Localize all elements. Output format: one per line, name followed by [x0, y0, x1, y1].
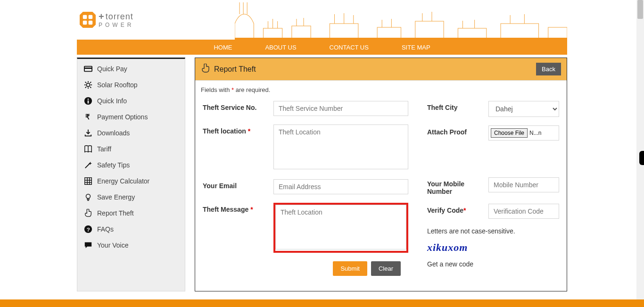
- svg-line-16: [90, 82, 91, 83]
- svg-line-14: [90, 87, 91, 88]
- sidebar-item-payment[interactable]: ₹Payment Options: [77, 109, 185, 125]
- svg-rect-7: [84, 67, 92, 69]
- nav-home[interactable]: HOME: [214, 44, 232, 51]
- main-panel: Report Theft Back Fields with * are requ…: [195, 58, 567, 291]
- sidebar-item-calculator[interactable]: Energy Calculator: [77, 173, 185, 189]
- sidebar-label: Payment Options: [97, 113, 148, 121]
- panel-title: Report Theft: [214, 65, 256, 74]
- svg-line-13: [85, 82, 86, 83]
- message-input[interactable]: [275, 205, 406, 249]
- sidebar-item-voice[interactable]: Your Voice: [77, 237, 185, 253]
- service-no-input[interactable]: [273, 101, 408, 116]
- sidebar-item-safety[interactable]: Safety Tips: [77, 157, 185, 173]
- nav-sitemap[interactable]: SITE MAP: [402, 44, 430, 51]
- submit-button[interactable]: Submit: [333, 261, 367, 276]
- email-input[interactable]: [273, 179, 408, 194]
- svg-rect-1: [83, 15, 87, 19]
- bulb-icon: [84, 193, 92, 201]
- sidebar-item-faqs[interactable]: ?FAQs: [77, 221, 185, 237]
- svg-rect-2: [89, 15, 93, 19]
- sidebar-label: Tariff: [97, 145, 111, 153]
- svg-rect-19: [88, 100, 89, 103]
- sidebar-item-solar[interactable]: Solar Rooftop: [77, 77, 185, 93]
- sidebar-label: Your Voice: [97, 241, 128, 249]
- mobile-input[interactable]: [488, 177, 559, 192]
- sidebar-label: Safety Tips: [97, 161, 130, 169]
- choose-file-button[interactable]: Choose File: [491, 128, 528, 138]
- location-input[interactable]: [273, 124, 408, 169]
- captcha-note: Letters are not case-sensitive.: [427, 227, 559, 235]
- clear-button[interactable]: Clear: [371, 261, 401, 276]
- side-tab[interactable]: [639, 151, 644, 165]
- svg-point-8: [86, 83, 90, 86]
- sidebar-item-quickinfo[interactable]: Quick Info: [77, 93, 185, 109]
- svg-rect-5: [235, 38, 567, 40]
- sidebar-item-downloads[interactable]: Downloads: [77, 125, 185, 141]
- svg-line-21: [85, 163, 91, 168]
- city-label: Theft City: [427, 101, 479, 117]
- point-icon: [201, 64, 210, 75]
- captcha-image: xikuxom: [427, 241, 559, 254]
- logo[interactable]: +torrent POWER: [80, 12, 134, 28]
- sidebar-label: FAQs: [97, 225, 114, 233]
- sidebar-label: Energy Calculator: [97, 177, 149, 185]
- sidebar-label: Quick Info: [97, 97, 127, 105]
- sidebar-label: Quick Pay: [97, 65, 127, 73]
- verify-label: Verify Code*: [427, 204, 479, 219]
- svg-point-27: [86, 194, 91, 199]
- card-icon: [84, 65, 92, 73]
- nav-contact[interactable]: CONTACT US: [330, 44, 369, 51]
- info-icon: [84, 97, 92, 105]
- new-code-link[interactable]: Get a new code: [427, 260, 559, 268]
- header: +torrent POWER: [77, 0, 567, 40]
- svg-point-18: [88, 99, 89, 100]
- verify-input[interactable]: [488, 204, 559, 219]
- svg-marker-0: [80, 12, 96, 28]
- chat-icon: [84, 241, 92, 249]
- logo-icon: [80, 12, 96, 28]
- sidebar-item-save[interactable]: Save Energy: [77, 189, 185, 205]
- nav-about[interactable]: ABOUT US: [265, 44, 296, 51]
- sidebar: Quick Pay Solar Rooftop Quick Info ₹Paym…: [77, 58, 185, 291]
- grid-icon: [84, 177, 92, 185]
- back-button[interactable]: Back: [536, 63, 561, 75]
- svg-rect-4: [89, 21, 93, 25]
- message-label: Theft Message *: [203, 203, 264, 253]
- download-icon: [84, 129, 92, 137]
- sidebar-label: Save Energy: [97, 193, 135, 201]
- sidebar-label: Solar Rooftop: [97, 81, 138, 89]
- brand-name: torrent: [106, 12, 133, 21]
- svg-line-15: [85, 87, 86, 88]
- svg-text:₹: ₹: [85, 113, 90, 121]
- rupee-icon: ₹: [84, 113, 92, 121]
- city-select[interactable]: Dahej: [488, 101, 559, 117]
- page-scrollbar[interactable]: [636, 0, 644, 291]
- sidebar-item-tariff[interactable]: Tariff: [77, 141, 185, 157]
- mobile-label: Your Mobile Number: [427, 177, 479, 195]
- help-icon: ?: [84, 225, 92, 233]
- sidebar-label: Report Theft: [97, 209, 134, 217]
- file-name-text: N...n: [529, 130, 541, 136]
- svg-rect-22: [85, 178, 91, 184]
- book-icon: [84, 145, 92, 153]
- service-no-label: Theft Service No.: [203, 101, 264, 116]
- navbar: HOME ABOUT US CONTACT US SITE MAP: [77, 40, 567, 55]
- svg-text:?: ?: [87, 226, 90, 232]
- email-label: Your Email: [203, 179, 264, 194]
- brand-sub: POWER: [99, 22, 134, 28]
- gear-icon: [84, 81, 92, 89]
- point-icon: [84, 209, 92, 217]
- proof-label: Attach Proof: [427, 125, 479, 141]
- wand-icon: [84, 161, 92, 169]
- location-label: Theft location *: [203, 124, 264, 171]
- skyline-illustration: [235, 0, 567, 40]
- sidebar-label: Downloads: [97, 129, 130, 137]
- sidebar-item-theft[interactable]: Report Theft: [77, 205, 185, 221]
- svg-rect-3: [83, 21, 87, 25]
- file-input[interactable]: Choose File N...n: [488, 125, 559, 141]
- sidebar-item-quickpay[interactable]: Quick Pay: [77, 61, 185, 77]
- required-note: Fields with * are required.: [195, 81, 567, 93]
